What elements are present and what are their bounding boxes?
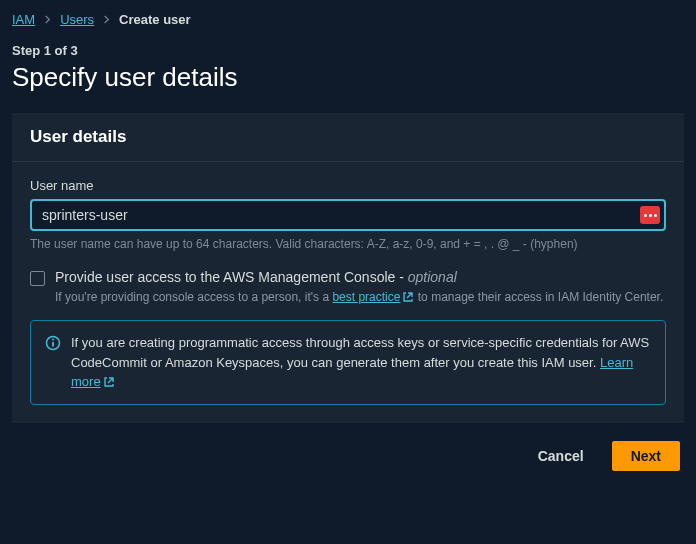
panel-heading: User details (30, 127, 666, 147)
username-help-text: The user name can have up to 64 characte… (30, 237, 666, 251)
page-title: Specify user details (12, 62, 684, 93)
info-text: If you are creating programmatic access … (71, 335, 649, 370)
chevron-right-icon (102, 15, 111, 24)
external-link-icon (402, 291, 414, 303)
breadcrumb-iam[interactable]: IAM (12, 12, 35, 27)
breadcrumb-users[interactable]: Users (60, 12, 94, 27)
info-box: If you are creating programmatic access … (30, 320, 666, 405)
username-input[interactable] (30, 199, 666, 231)
external-link-icon (103, 376, 115, 388)
console-access-checkbox[interactable] (30, 271, 45, 286)
breadcrumb: IAM Users Create user (12, 10, 684, 27)
chevron-right-icon (43, 15, 52, 24)
breadcrumb-current: Create user (119, 12, 191, 27)
cancel-button[interactable]: Cancel (520, 441, 602, 471)
step-indicator: Step 1 of 3 (12, 43, 684, 58)
console-access-help: If you're providing console access to a … (55, 290, 666, 304)
next-button[interactable]: Next (612, 441, 680, 471)
user-details-panel: User details User name The user name can… (12, 113, 684, 423)
best-practice-link[interactable]: best practice (332, 290, 414, 304)
console-access-label: Provide user access to the AWS Managemen… (55, 269, 457, 285)
password-manager-icon[interactable] (640, 206, 660, 224)
svg-point-2 (52, 339, 54, 341)
info-icon (45, 335, 61, 392)
username-label: User name (30, 178, 666, 193)
